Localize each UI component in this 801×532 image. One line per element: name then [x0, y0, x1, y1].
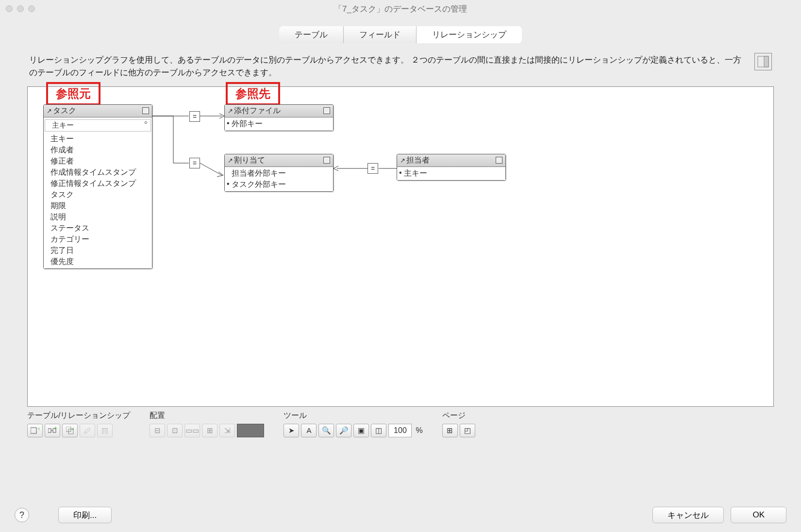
toolbar-label-tables: テーブル/リレーションシップ — [27, 411, 130, 421]
table-attachment-title: 添付ファイル — [234, 106, 281, 116]
field[interactable]: タスク — [44, 189, 152, 200]
operator-eq-3[interactable]: = — [367, 163, 378, 174]
field[interactable]: カテゴリー — [44, 234, 152, 245]
delete-button[interactable] — [97, 424, 113, 437]
segment-control: テーブル フィールド リレーションシップ — [279, 26, 522, 43]
collapse-icon[interactable] — [496, 157, 502, 164]
collapse-icon[interactable] — [323, 107, 330, 114]
field[interactable]: 修正者 — [44, 156, 152, 167]
table-assignee[interactable]: ↗担当者 主キー — [397, 154, 506, 181]
zoom-value[interactable]: 100 — [388, 424, 412, 437]
align-h-button[interactable]: ⊡ — [167, 424, 183, 437]
table-assignee-title: 担当者 — [406, 155, 430, 166]
tab-relationships[interactable]: リレーションシップ — [417, 26, 522, 43]
description-area: リレーションシップグラフを使用して、あるテーブルのデータに別のテーブルからアクセ… — [0, 43, 801, 83]
page-break-button[interactable]: ◰ — [460, 424, 475, 437]
svg-text:＋: ＋ — [36, 427, 39, 432]
field[interactable]: 完了日 — [44, 245, 152, 256]
resize-button[interactable]: ⇲ — [219, 424, 235, 437]
collapse-icon[interactable] — [323, 157, 330, 164]
footer: ? 印刷... キャンセル OK — [0, 498, 801, 532]
text-tool[interactable]: A — [301, 424, 317, 437]
svg-rect-2 — [31, 428, 36, 433]
svg-rect-11 — [102, 429, 107, 434]
window-title: 「7_タスク」のデータベースの管理 — [0, 3, 801, 15]
ok-button[interactable]: OK — [731, 507, 786, 523]
table-assignment[interactable]: ↗割り当て 担当者外部キー タスク外部キー — [224, 154, 334, 192]
field[interactable]: 期限 — [44, 200, 152, 212]
panel-collapse-icon[interactable] — [754, 53, 772, 70]
field[interactable]: 作成情報タイムスタンプ — [44, 167, 152, 178]
description-text: リレーションシップグラフを使用して、あるテーブルのデータに別のテーブルからアクセ… — [29, 54, 747, 80]
add-table-button[interactable]: ＋ — [27, 424, 43, 437]
svg-rect-4 — [48, 429, 51, 432]
tab-fields[interactable]: フィールド — [344, 26, 417, 43]
toolbar-label-tool: ツール — [284, 411, 422, 421]
tabbar: テーブル フィールド リレーションシップ — [0, 26, 801, 43]
align-v-button[interactable]: ⊟ — [150, 424, 165, 437]
field[interactable]: 担当者外部キー — [225, 168, 333, 179]
toolbar: テーブル/リレーションシップ ＋ ＋ ＋ 配置 ⊟ ⊡ ▭▭ ⊞ ⇲ ツール ➤… — [0, 407, 801, 437]
svg-text:＋: ＋ — [70, 427, 74, 432]
zoom-out-button[interactable]: 🔎 — [336, 424, 351, 437]
print-button[interactable]: 印刷... — [58, 507, 112, 523]
fit-button[interactable]: ▣ — [353, 424, 369, 437]
annotation-target: 参照先 — [226, 82, 280, 105]
table-attachment[interactable]: ↗添付ファイル 外部キー — [224, 104, 334, 131]
field[interactable]: 作成者 — [44, 145, 152, 156]
field[interactable]: 主キー — [44, 133, 152, 145]
collapse-icon[interactable] — [142, 107, 149, 114]
field[interactable]: 主キー — [397, 168, 505, 179]
edit-button[interactable] — [80, 424, 95, 437]
help-button[interactable]: ? — [15, 508, 29, 522]
operator-eq-2[interactable]: = — [189, 158, 200, 168]
table-assignment-title: 割り当て — [234, 155, 265, 166]
titlebar: 「7_タスク」のデータベースの管理 — [0, 0, 801, 17]
distribute-h-button[interactable]: ▭▭ — [184, 424, 200, 437]
field[interactable]: 説明 — [44, 212, 152, 223]
pointer-tool[interactable]: ➤ — [284, 424, 299, 437]
svg-text:＋: ＋ — [53, 427, 57, 431]
field[interactable]: タスク外部キー — [225, 179, 333, 190]
table-task[interactable]: ↗タスク 主キー 主キー 作成者 修正者 作成情報タイムスタンプ 修正情報タイム… — [43, 104, 152, 269]
add-relationship-button[interactable]: ＋ — [45, 424, 60, 437]
cancel-button[interactable]: キャンセル — [652, 507, 724, 523]
duplicate-button[interactable]: ＋ — [62, 424, 78, 437]
toolbar-label-page: ページ — [442, 411, 475, 421]
table-task-pk[interactable]: 主キー — [45, 119, 151, 132]
toolbar-label-arrange: 配置 — [150, 411, 264, 421]
tab-tables[interactable]: テーブル — [279, 26, 344, 43]
operator-eq-1[interactable]: = — [189, 111, 200, 122]
relationship-canvas[interactable]: 参照元 参照先 ↗タスク 主キー 主キー 作成者 修正者 作成情報タイムスタンプ… — [27, 86, 774, 407]
table-task-title: タスク — [53, 106, 76, 116]
svg-rect-1 — [764, 56, 768, 67]
field[interactable]: ステータス — [44, 223, 152, 234]
field[interactable]: 優先度 — [44, 256, 152, 267]
color-picker[interactable] — [237, 424, 264, 437]
field[interactable]: 修正情報タイムスタンプ — [44, 178, 152, 189]
zoom-in-button[interactable]: 🔍 — [318, 424, 334, 437]
zoom-percent: % — [416, 426, 422, 435]
field[interactable]: 外部キー — [225, 118, 333, 130]
select-connected-button[interactable]: ◫ — [371, 424, 386, 437]
distribute-v-button[interactable]: ⊞ — [202, 424, 217, 437]
annotation-source: 参照元 — [46, 82, 100, 105]
page-setup-button[interactable]: ⊞ — [442, 424, 458, 437]
